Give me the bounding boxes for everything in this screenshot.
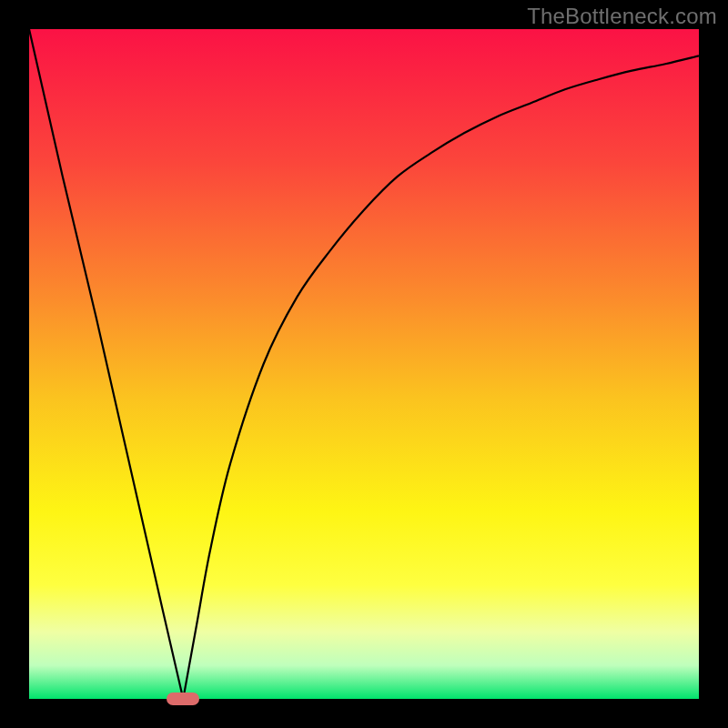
chart-curve [29,29,699,699]
chart-background-gradient [29,29,699,699]
chart-frame: TheBottleneck.com [0,0,728,728]
gradient-rect [29,29,699,699]
notch-marker [167,693,199,705]
watermark-text: TheBottleneck.com [527,4,717,29]
curve-path [29,29,699,699]
chart-plot-area [29,29,699,699]
